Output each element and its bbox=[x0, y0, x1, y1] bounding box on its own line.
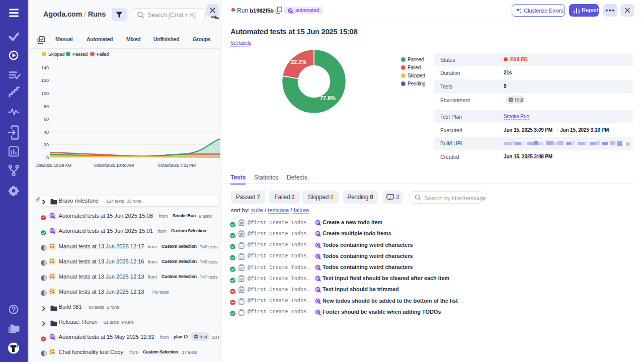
svg-text:test: test bbox=[200, 334, 208, 339]
svg-text:60: 60 bbox=[44, 117, 49, 122]
svg-text:0: 0 bbox=[46, 155, 49, 160]
svg-text:100: 100 bbox=[41, 91, 49, 96]
svg-text:40: 40 bbox=[44, 130, 49, 135]
svg-text:20: 20 bbox=[44, 142, 49, 147]
svg-text:77.8%: 77.8% bbox=[320, 95, 336, 101]
svg-text:140: 140 bbox=[41, 65, 49, 70]
svg-text:22.2%: 22.2% bbox=[291, 59, 306, 65]
svg-text:/29/2025 10:29 AM: /29/2025 10:29 AM bbox=[36, 163, 71, 168]
svg-text:04/29/2025 7:21 PM: 04/29/2025 7:21 PM bbox=[158, 163, 196, 168]
svg-text:120: 120 bbox=[41, 78, 49, 83]
svg-text:80: 80 bbox=[44, 104, 49, 109]
svg-text:04/29/2025 10:40 AM: 04/29/2025 10:40 AM bbox=[94, 163, 134, 168]
